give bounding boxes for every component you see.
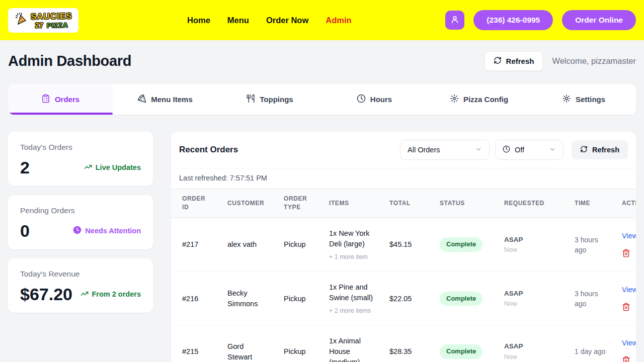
tab-menu-items[interactable]: Menu Items — [113, 84, 217, 115]
page-refresh-label: Refresh — [506, 57, 534, 65]
order-type: Pickup — [276, 326, 321, 362]
order-total: $28.35 — [381, 326, 432, 362]
delete-order-button[interactable] — [622, 356, 630, 362]
header-actions: (236) 426-0995 Order Online — [445, 10, 636, 30]
col-status: STATUS — [432, 189, 496, 218]
order-customer: alex vath — [219, 218, 276, 272]
last-refreshed-text: Last refreshed: 7:57:51 PM — [171, 168, 636, 189]
user-icon — [450, 15, 460, 26]
order-total: $22.05 — [381, 272, 432, 325]
gear-icon — [450, 94, 459, 105]
trending-up-icon — [84, 163, 92, 172]
order-filter-value: All Orders — [408, 146, 440, 154]
order-items: 1x Animal House (medium) — [321, 326, 381, 362]
orders-refresh-label: Refresh — [592, 146, 619, 154]
col-order-id: ORDER ID — [171, 189, 219, 218]
stat-value: 0 — [20, 222, 30, 239]
order-type: Pickup — [276, 272, 321, 325]
col-items: ITEMS — [321, 189, 381, 218]
stat-note: Live Updates — [84, 163, 141, 172]
order-customer: Becky Simmons — [219, 272, 276, 325]
top-bar: SAUCIES 27 PIZZA Home Menu Order Now Adm… — [0, 0, 644, 40]
nav-home[interactable]: Home — [187, 16, 210, 25]
trash-icon — [622, 251, 630, 259]
delete-order-button[interactable] — [622, 249, 630, 259]
order-actions: View — [622, 285, 636, 313]
order-row: #216 Becky Simmons Pickup 1x Pine and Sw… — [171, 272, 636, 325]
order-online-button[interactable]: Order Online — [562, 10, 636, 30]
stat-card-todays-revenue: Today's Revenue $67.20 From 2 orders — [8, 258, 153, 313]
auto-refresh-value: Off — [515, 146, 524, 154]
stat-label: Today's Revenue — [20, 269, 141, 279]
stat-label: Today's Orders — [20, 143, 141, 152]
brand-logo-text: SAUCIES 27 PIZZA — [30, 12, 72, 29]
tab-toppings[interactable]: Toppings — [217, 84, 322, 115]
stats-sidebar: Today's Orders 2 Live Updates Pending Or… — [8, 132, 153, 313]
stat-note: Needs Attention — [73, 226, 141, 236]
order-customer: Gord Stewart — [219, 326, 276, 362]
tab-hours-label: Hours — [370, 95, 392, 104]
clipboard-icon — [41, 94, 50, 105]
order-type: Pickup — [276, 218, 321, 272]
page-title: Admin Dashboard — [8, 53, 131, 69]
order-time: 1 day ago — [567, 326, 614, 362]
phone-number-button[interactable]: (236) 426-0995 — [473, 10, 553, 30]
recent-orders-title: Recent Orders — [179, 145, 238, 155]
brand-logo[interactable]: SAUCIES 27 PIZZA — [8, 8, 78, 33]
clock-badge-icon — [73, 226, 82, 236]
tab-settings[interactable]: Settings — [531, 84, 636, 115]
tab-menu-items-label: Menu Items — [151, 95, 193, 104]
col-customer: CUSTOMER — [219, 189, 276, 218]
order-actions: View — [622, 231, 636, 259]
tab-pizza-config-label: Pizza Config — [463, 95, 508, 104]
trending-up-icon — [80, 290, 89, 299]
status-badge: Complete — [440, 344, 482, 359]
delete-order-button[interactable] — [622, 303, 630, 313]
col-total: TOTAL — [381, 189, 432, 218]
order-items-more: + 2 more items — [329, 306, 373, 315]
trash-icon — [622, 305, 630, 313]
auto-refresh-select[interactable]: Off — [495, 140, 564, 160]
stat-note: From 2 orders — [80, 290, 141, 299]
user-account-button[interactable] — [445, 11, 464, 30]
view-order-link[interactable]: View — [622, 285, 636, 295]
tab-orders[interactable]: Orders — [8, 84, 113, 115]
trash-icon — [622, 358, 630, 362]
stat-label: Pending Orders — [20, 206, 141, 215]
order-filter-select[interactable]: All Orders — [400, 140, 490, 160]
tab-hours[interactable]: Hours — [322, 84, 427, 115]
stat-card-todays-orders: Today's Orders 2 Live Updates — [8, 132, 153, 186]
clock-icon — [503, 145, 510, 154]
brand-word-top: SAUCIES — [30, 12, 72, 21]
order-total: $45.15 — [381, 218, 432, 272]
orders-refresh-button[interactable]: Refresh — [572, 140, 628, 159]
col-order-type: ORDER TYPE — [276, 189, 321, 218]
order-items-more: + 1 more item — [329, 252, 373, 261]
order-actions: View — [622, 338, 636, 362]
status-badge: Complete — [440, 237, 482, 252]
order-time: 3 hours ago — [567, 272, 614, 325]
nav-admin[interactable]: Admin — [326, 16, 351, 25]
gear-icon — [562, 94, 571, 105]
active-tab-underline — [8, 113, 113, 115]
nav-order-now[interactable]: Order Now — [266, 16, 308, 25]
order-row: #217 alex vath Pickup 1x New York Deli (… — [171, 218, 636, 272]
pizza-slice-icon — [137, 94, 146, 105]
nav-menu[interactable]: Menu — [227, 16, 249, 25]
pizza-slice-logo-icon — [15, 12, 29, 28]
order-row: #215 Gord Stewart Pickup 1x Animal House… — [171, 326, 636, 362]
order-items: 1x New York Deli (large) + 1 more item — [321, 218, 381, 272]
chevron-down-icon — [549, 146, 556, 154]
page-refresh-button[interactable]: Refresh — [485, 51, 543, 71]
welcome-text: Welcome, pizzamaster — [552, 56, 636, 66]
view-order-link[interactable]: View — [622, 231, 636, 241]
status-badge: Complete — [440, 292, 482, 306]
tab-pizza-config[interactable]: Pizza Config — [427, 84, 531, 115]
refresh-icon — [494, 56, 502, 66]
view-order-link[interactable]: View — [622, 338, 636, 348]
chevron-down-icon — [475, 146, 482, 154]
admin-tab-bar: Orders Menu Items Toppings Hours — [8, 84, 636, 115]
col-requested: REQUESTED — [496, 189, 567, 218]
brand-word-bottom: PIZZA — [47, 22, 68, 29]
recent-orders-panel: Recent Orders All Orders Off — [171, 132, 636, 362]
